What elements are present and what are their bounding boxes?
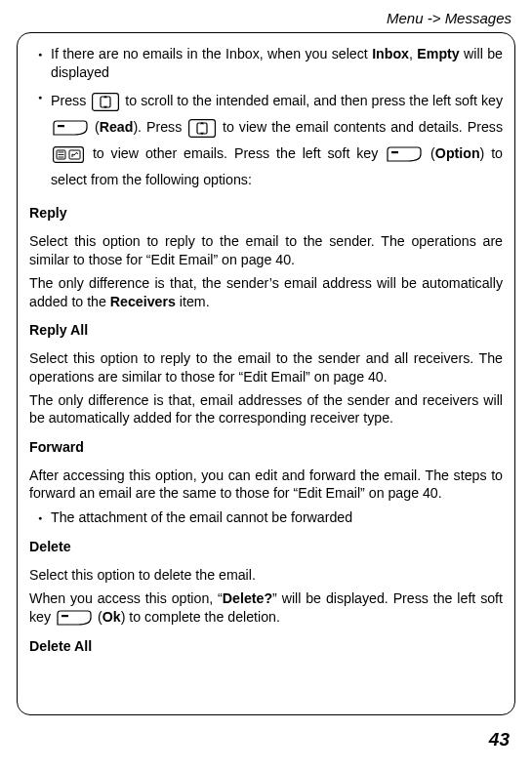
bullet-dot-icon xyxy=(29,45,51,82)
soft-key-left-icon xyxy=(387,146,422,163)
bullet-text: If there are no emails in the Inbox, whe… xyxy=(51,45,503,82)
ok-label: Ok xyxy=(102,609,121,625)
delete-heading: Delete xyxy=(29,539,503,554)
svg-rect-9 xyxy=(61,615,68,617)
nav-key-icon xyxy=(188,119,216,138)
reply-paragraph: Select this option to reply to the email… xyxy=(29,232,503,268)
bullet-item: The attachment of the email cannot be fo… xyxy=(29,508,503,527)
reply-all-paragraph: The only difference is that, email addre… xyxy=(29,391,503,427)
svg-rect-1 xyxy=(101,97,110,107)
empty-label: Empty xyxy=(417,46,459,61)
soft-key-left-icon xyxy=(57,610,92,627)
text: to view other emails. Press the left sof… xyxy=(93,145,385,161)
read-label: Read xyxy=(100,119,134,135)
page-header: Menu -> Messages xyxy=(17,10,515,26)
text: ) to complete the deletion. xyxy=(121,609,280,625)
delete-paragraph: Select this option to delete the email. xyxy=(29,566,503,584)
delete-confirm-label: Delete? xyxy=(223,590,272,606)
text: to view the email contents and details. … xyxy=(223,119,503,135)
bullet-text: Press to scroll to the intended email, a… xyxy=(51,88,503,193)
delete-paragraph: When you access this option, “Delete?” w… xyxy=(29,589,503,626)
forward-heading: Forward xyxy=(29,439,503,455)
bullet-item: If there are no emails in the Inbox, whe… xyxy=(29,45,503,82)
soft-key-left-icon xyxy=(53,120,88,137)
text: ). Press xyxy=(133,119,186,135)
text: to scroll to the intended email, and the… xyxy=(125,93,503,108)
reply-heading: Reply xyxy=(29,205,503,221)
reply-paragraph: The only difference is that, the sender’… xyxy=(29,274,503,310)
side-key-icon xyxy=(53,146,84,163)
bullet-dot-icon xyxy=(29,88,51,193)
svg-rect-2 xyxy=(58,125,64,127)
content-frame: If there are no emails in the Inbox, whe… xyxy=(17,32,515,715)
option-label: Option xyxy=(435,145,480,161)
receivers-label: Receivers xyxy=(110,294,176,309)
page-number: 43 xyxy=(17,729,515,751)
delete-all-heading: Delete All xyxy=(29,638,503,654)
inbox-label: Inbox xyxy=(372,46,409,61)
svg-rect-4 xyxy=(197,123,207,134)
bullet-dot-icon xyxy=(29,508,51,527)
forward-paragraph: After accessing this option, you can edi… xyxy=(29,467,503,503)
nav-key-icon xyxy=(92,93,119,111)
text: When you access this option, “ xyxy=(29,590,223,606)
bullet-item: Press to scroll to the intended email, a… xyxy=(29,88,503,193)
svg-rect-8 xyxy=(391,151,398,153)
bullet-text: The attachment of the email cannot be fo… xyxy=(51,508,503,527)
text: item. xyxy=(176,294,210,309)
text: Press xyxy=(51,93,90,108)
text: If there are no emails in the Inbox, whe… xyxy=(51,46,372,61)
reply-all-paragraph: Select this option to reply to the email… xyxy=(29,349,503,386)
reply-all-heading: Reply All xyxy=(29,322,503,338)
text: The only difference is that, the sender’… xyxy=(29,275,503,308)
